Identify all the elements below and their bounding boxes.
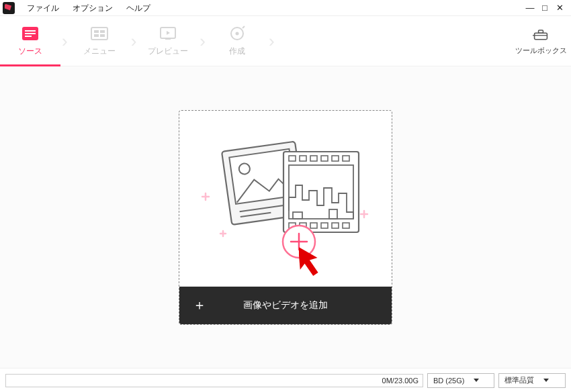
quality-select[interactable]: 標準品質	[498, 373, 566, 388]
tab-source-label: ソース	[18, 46, 42, 57]
disc-type-select[interactable]: BD (25G)	[427, 373, 494, 388]
add-media-label: 画像やビデオを追加	[243, 299, 328, 311]
svg-rect-41	[343, 223, 349, 228]
quality-value: 標準品質	[504, 375, 534, 385]
tab-preview-label: プレビュー	[148, 46, 188, 57]
svg-rect-39	[321, 223, 328, 228]
chevron-icon: ›	[267, 31, 276, 52]
add-media-button[interactable]: ＋ 画像やビデオを追加	[179, 287, 392, 324]
create-icon	[228, 26, 247, 42]
tab-source[interactable]: ソース	[0, 16, 60, 66]
menu-step-icon	[90, 26, 109, 42]
tab-menu-label: メニュー	[83, 46, 116, 57]
svg-rect-3	[25, 36, 32, 37]
maximize-button[interactable]	[537, 0, 552, 16]
toolbox-icon	[533, 27, 549, 42]
plus-icon: ＋	[193, 296, 206, 314]
tab-preview[interactable]: プレビュー	[138, 16, 198, 66]
svg-rect-32	[310, 156, 317, 161]
svg-rect-5	[94, 30, 99, 33]
menu-options[interactable]: オプション	[66, 0, 120, 16]
app-logo	[3, 2, 15, 14]
svg-rect-35	[343, 156, 349, 161]
svg-rect-16	[539, 30, 543, 33]
svg-rect-15	[535, 33, 547, 39]
minimize-button[interactable]	[523, 0, 537, 16]
svg-rect-1	[25, 30, 36, 32]
svg-rect-11	[165, 38, 171, 40]
menu-file[interactable]: ファイル	[20, 0, 66, 16]
capacity-text: 0M/23.00G	[382, 377, 419, 385]
svg-rect-31	[300, 156, 306, 161]
svg-rect-42	[289, 165, 353, 219]
chevron-icon: ›	[60, 31, 69, 52]
svg-rect-6	[100, 30, 105, 33]
disc-type-value: BD (25G)	[433, 377, 464, 385]
chevron-icon: ›	[198, 31, 207, 52]
chevron-icon: ›	[130, 31, 138, 52]
svg-marker-10	[167, 31, 170, 35]
tab-menu[interactable]: メニュー	[69, 16, 130, 66]
svg-rect-34	[332, 156, 339, 161]
drop-illustration	[179, 111, 392, 287]
pointer-arrow	[299, 244, 326, 277]
close-button[interactable]	[552, 0, 567, 16]
tab-create[interactable]: 作成	[207, 16, 267, 66]
toolbox-button[interactable]: ツールボックス	[511, 16, 571, 66]
svg-marker-48	[299, 244, 320, 277]
svg-rect-33	[321, 156, 328, 161]
svg-rect-4	[91, 28, 107, 40]
preview-icon	[159, 26, 177, 42]
svg-line-14	[243, 26, 245, 28]
toolbox-label: ツールボックス	[515, 46, 567, 56]
svg-rect-2	[25, 33, 36, 34]
menu-help[interactable]: ヘルプ	[120, 0, 157, 16]
svg-rect-30	[289, 156, 296, 161]
source-icon	[21, 26, 40, 42]
svg-rect-38	[310, 223, 317, 228]
tab-create-label: 作成	[229, 46, 245, 57]
svg-rect-7	[94, 34, 99, 37]
svg-rect-8	[100, 34, 105, 37]
svg-rect-40	[332, 223, 339, 228]
capacity-bar: 0M/23.00G	[5, 374, 423, 387]
dropzone[interactable]: ＋ 画像やビデオを追加	[179, 110, 392, 325]
svg-point-13	[236, 32, 239, 35]
